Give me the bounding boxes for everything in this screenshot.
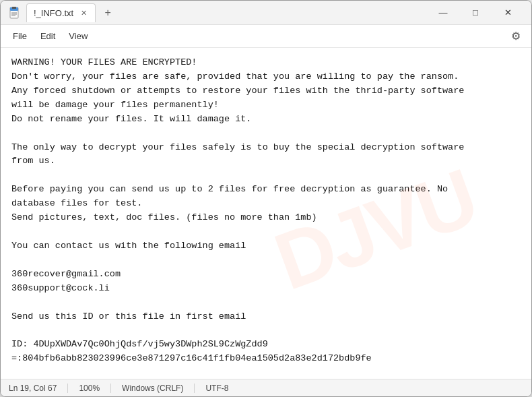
app-icon	[9, 7, 21, 19]
minimize-button[interactable]: —	[428, 2, 459, 24]
line-ending: Windows (CRLF)	[122, 384, 195, 393]
svg-rect-5	[12, 7, 16, 9]
menu-edit[interactable]: Edit	[34, 28, 62, 44]
tab-label: !_INFO.txt	[34, 8, 73, 18]
close-button[interactable]: ✕	[492, 2, 523, 24]
text-editor[interactable]: WARNING! YOUR FILES ARE ENCRYPTED! Don't…	[1, 48, 531, 374]
settings-gear-icon[interactable]: ⚙	[506, 27, 526, 45]
menubar: File Edit View ⚙	[1, 25, 531, 48]
zoom-level: 100%	[79, 384, 111, 393]
cursor-position: Ln 19, Col 67	[9, 384, 68, 393]
menu-view[interactable]: View	[62, 28, 94, 44]
new-tab-button[interactable]: +	[100, 5, 116, 21]
tab-close-button[interactable]: ✕	[79, 8, 88, 18]
content-wrapper: DJVU WARNING! YOUR FILES ARE ENCRYPTED! …	[1, 48, 531, 379]
tab-info-txt[interactable]: !_INFO.txt ✕	[26, 3, 96, 22]
maximize-button[interactable]: □	[460, 2, 491, 24]
menu-file[interactable]: File	[6, 28, 34, 44]
encoding: UTF-8	[205, 384, 239, 393]
tab-area: !_INFO.txt ✕ +	[26, 3, 428, 22]
main-window: !_INFO.txt ✕ + — □ ✕ File Edit View ⚙ DJ…	[0, 0, 532, 397]
titlebar: !_INFO.txt ✕ + — □ ✕	[1, 1, 531, 25]
statusbar: Ln 19, Col 67 100% Windows (CRLF) UTF-8	[1, 379, 531, 396]
window-controls: — □ ✕	[428, 2, 523, 24]
